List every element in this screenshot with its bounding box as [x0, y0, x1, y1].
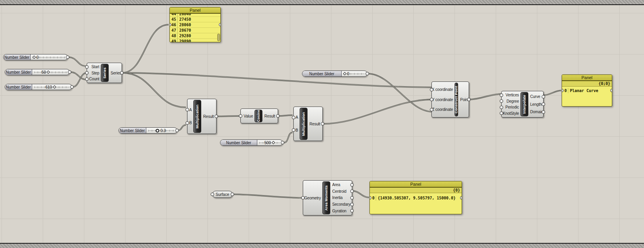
construct-point-component[interactable]: X coordinate Y coordinate Z coordinate C…: [431, 81, 469, 118]
input-port-geometry: Geometry: [303, 196, 322, 200]
cosine-component[interactable]: Value Cosine Result: [240, 109, 278, 123]
component-name-tag[interactable]: Interpolate: [520, 92, 528, 116]
input-nub[interactable]: [292, 116, 295, 119]
multiplication-component-2[interactable]: A B Multiplication Result: [293, 107, 323, 141]
slider-track[interactable]: 0.3: [146, 128, 177, 133]
output-nub[interactable]: [70, 85, 74, 89]
slider-track[interactable]: 610: [32, 84, 72, 90]
output-nub[interactable]: [542, 110, 545, 114]
input-nub[interactable]: [500, 100, 503, 103]
area-moments-component[interactable]: Geometry Area Moments Area Centroid Iner…: [303, 180, 352, 215]
input-nub[interactable]: [85, 65, 89, 69]
output-port-inertia: Inertia: [331, 196, 352, 200]
input-nub[interactable]: [430, 88, 433, 91]
output-nub[interactable]: [610, 89, 612, 92]
output-nub[interactable]: [350, 196, 354, 199]
output-nub[interactable]: [321, 122, 324, 126]
number-slider-step[interactable]: Number Slider 610: [5, 84, 72, 90]
number-slider-z[interactable]: Number Slider 0: [302, 71, 367, 77]
input-nub[interactable]: [85, 71, 89, 75]
output-nub[interactable]: [219, 23, 221, 27]
panel-body[interactable]: 44 26840 45 27450 46 28060 47 28670 48 2…: [170, 14, 220, 42]
panel-series-values[interactable]: Panel 44 26840 45 27450 46 28060 47 2867…: [169, 7, 221, 42]
port-label: Domain: [530, 110, 543, 114]
number-slider-count[interactable]: Number Slider 50: [5, 69, 70, 75]
component-name-tag[interactable]: Multiplication: [193, 100, 201, 133]
output-nub[interactable]: [68, 71, 71, 74]
output-nub[interactable]: [120, 71, 124, 75]
output-port-result: Result: [202, 114, 216, 119]
output-nub[interactable]: [467, 98, 471, 101]
panel-centroid[interactable]: Panel {0} 0 {14930.505307, 9.505797, 150…: [369, 181, 462, 214]
input-nub[interactable]: [430, 108, 433, 111]
port-label: Start: [91, 65, 99, 69]
port-label: Result: [309, 122, 320, 126]
slider-name-label: Number Slider: [5, 84, 32, 90]
panel-scrollbar[interactable]: [217, 34, 220, 41]
input-nub[interactable]: [301, 196, 305, 200]
slider-track[interactable]: 0: [342, 71, 367, 76]
output-nub[interactable]: [366, 72, 369, 76]
input-nub[interactable]: [186, 121, 189, 125]
number-slider-start[interactable]: Number Slider 0: [3, 54, 68, 60]
port-label: Y coordinate: [432, 98, 453, 102]
input-nub[interactable]: [186, 108, 189, 112]
panel-title: Panel: [562, 75, 612, 81]
port-label: Length: [530, 102, 542, 107]
input-nub[interactable]: [500, 93, 503, 97]
output-port-secondary: Secondary: [331, 202, 352, 207]
output-nub[interactable]: [276, 114, 280, 118]
row-value: 28670: [178, 28, 191, 33]
output-nub[interactable]: [231, 193, 234, 196]
output-nub[interactable]: [175, 129, 179, 132]
component-name-tag[interactable]: Construct Point: [455, 83, 458, 116]
output-nub[interactable]: [350, 183, 354, 186]
panel-body[interactable]: 0 Planar Curve: [562, 87, 612, 106]
component-name-tag[interactable]: Multiplication: [300, 108, 307, 140]
panel-row: 45 27450: [170, 17, 220, 22]
slider-track[interactable]: 0: [31, 54, 67, 60]
input-nub[interactable]: [292, 129, 295, 132]
component-name-tag[interactable]: Series: [101, 64, 109, 82]
slider-grip-icon[interactable]: [343, 72, 346, 75]
output-nub[interactable]: [350, 209, 354, 213]
output-nub[interactable]: [350, 190, 354, 193]
input-nub[interactable]: [85, 77, 89, 81]
input-port-y: Y coordinate: [432, 97, 454, 102]
input-nub[interactable]: [500, 112, 503, 115]
slider-grip-icon[interactable]: [271, 141, 275, 144]
input-port-z: Z coordinate: [432, 107, 454, 112]
output-port-curve: Curve: [529, 94, 543, 99]
panel-row: 44 26840: [170, 14, 220, 17]
input-nub[interactable]: [239, 114, 242, 118]
input-nub[interactable]: [500, 105, 503, 109]
output-nub[interactable]: [66, 56, 69, 59]
component-name-tag[interactable]: Cosine: [255, 110, 262, 122]
output-nub[interactable]: [542, 95, 545, 98]
slider-grip-icon[interactable]: [47, 71, 50, 74]
output-nub[interactable]: [281, 141, 284, 145]
grasshopper-canvas[interactable]: Number Slider 0 Number Slider 50 Number …: [0, 0, 644, 248]
component-name-tag[interactable]: Area Moments: [322, 181, 330, 214]
number-slider-frequency[interactable]: Number Slider 0.3: [118, 127, 177, 134]
number-slider-amplitude[interactable]: Number Slider 500: [220, 139, 283, 146]
output-port-gyration: Gyration: [331, 208, 352, 213]
input-nub[interactable]: [211, 193, 214, 196]
slider-grip-icon[interactable]: [156, 129, 159, 132]
output-nub[interactable]: [215, 115, 218, 118]
slider-grip-icon[interactable]: [33, 56, 36, 59]
series-component[interactable]: Start Step Count Series Series: [87, 63, 122, 83]
surface-param[interactable]: Surface: [212, 191, 233, 198]
output-nub[interactable]: [542, 103, 545, 106]
slider-track[interactable]: 50: [32, 69, 69, 75]
panel-body[interactable]: 0 {14930.505307, 9.505797, 15000.0}: [370, 193, 462, 214]
output-nub[interactable]: [350, 203, 354, 206]
panel-row: 49 29890: [170, 39, 220, 42]
panel-curve[interactable]: Panel {0;0} 0 Planar Curve: [562, 74, 612, 107]
input-nub[interactable]: [430, 98, 433, 101]
output-nub[interactable]: [460, 196, 462, 199]
slider-grip-icon[interactable]: [53, 85, 56, 89]
multiplication-component-1[interactable]: A B Multiplication Result: [187, 99, 216, 134]
interpolate-component[interactable]: Vertices Degree Periodic KnotStyle Inter…: [501, 91, 544, 118]
slider-track[interactable]: 500: [257, 140, 282, 145]
